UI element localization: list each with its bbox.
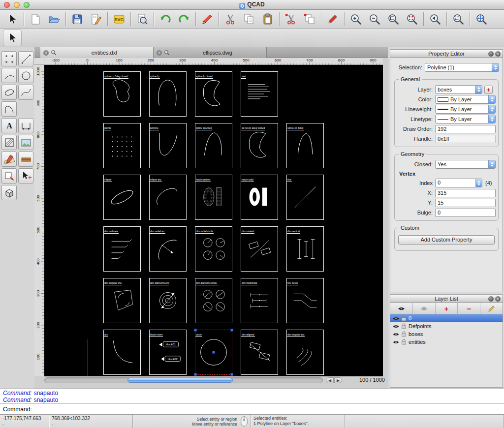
- entity-cell-dim-angular-line[interactable]: dim angular line: [103, 278, 141, 323]
- pointer-button[interactable]: [3, 30, 22, 46]
- add-custom-property-button[interactable]: Add Custom Property: [398, 235, 495, 245]
- selection-tools-button[interactable]: [18, 168, 33, 183]
- closed-dropdown[interactable]: Yes: [435, 160, 496, 169]
- entity-cell-dim-aligned[interactable]: dim aligned: [241, 330, 278, 375]
- draw-pencil-button[interactable]: [323, 11, 342, 28]
- entity-cell-hatch-pattern[interactable]: hatch pattern: [195, 175, 232, 220]
- erase-button[interactable]: [198, 11, 217, 28]
- panel-close-button[interactable]: [495, 51, 501, 57]
- entity-cell-dim-vertical[interactable]: dim vertical: [286, 226, 324, 272]
- edit-tools-button[interactable]: [1, 168, 17, 183]
- auto-zoom-button[interactable]: [384, 11, 403, 28]
- zoom-in-button[interactable]: [346, 11, 365, 28]
- add-layer-button[interactable]: [436, 303, 458, 314]
- svg-export-button[interactable]: SVG: [110, 11, 128, 28]
- tab-close-icon[interactable]: [157, 50, 162, 56]
- horizontal-scrollbar[interactable]: [44, 377, 323, 383]
- image-tool-button[interactable]: [18, 135, 33, 150]
- measure-tools-button[interactable]: [1, 152, 17, 167]
- selection-handle[interactable]: [212, 351, 215, 354]
- selection-handle[interactable]: [230, 373, 233, 376]
- selection-handle[interactable]: [230, 329, 233, 332]
- spinner-arrows-icon[interactable]: [475, 179, 482, 187]
- line-tools-button[interactable]: [18, 51, 33, 66]
- entity-cell-spline-cp-2deg[interactable]: spline cp 2deg: [195, 123, 232, 168]
- add-layer-button[interactable]: [484, 86, 493, 94]
- entity-cell-block-insert[interactable]: block insertblock01block02: [149, 330, 187, 375]
- entity-cell-arc[interactable]: arc: [103, 330, 141, 375]
- entity-cell-line-bevel[interactable]: line bevel: [286, 278, 324, 323]
- hatch-tool-button[interactable]: [1, 135, 17, 150]
- arc-tools-button[interactable]: [1, 68, 17, 83]
- color-dropdown[interactable]: By Layer: [435, 95, 496, 104]
- previous-view-button[interactable]: [426, 11, 444, 28]
- text-tool-button[interactable]: A: [1, 118, 17, 133]
- x-input[interactable]: 315: [435, 189, 496, 197]
- redo-button[interactable]: [175, 11, 193, 28]
- hide-all-layers-button[interactable]: [413, 303, 436, 314]
- copy-button[interactable]: [240, 11, 258, 28]
- y-input[interactable]: 15: [435, 199, 496, 207]
- command-history[interactable]: Command:snapauto Command:snapauto: [0, 389, 504, 403]
- spline-tools-button[interactable]: [18, 85, 33, 100]
- layer-row-boxes[interactable]: boxes: [390, 330, 503, 338]
- layer-row-entities[interactable]: entities: [390, 338, 503, 346]
- lineweight-dropdown[interactable]: By Layer: [435, 105, 496, 114]
- tab-ellipses-dwg[interactable]: ellipses.dwg: [154, 47, 267, 58]
- entity-cell-dim-radial-arc[interactable]: dim radial arc: [149, 226, 187, 272]
- zoom-out-button[interactable]: [365, 11, 384, 28]
- scroll-right-button[interactable]: ▶: [334, 377, 342, 383]
- tab-close-icon[interactable]: [43, 50, 49, 56]
- pan-zoom-button[interactable]: [472, 11, 491, 28]
- index-spinner[interactable]: 0: [435, 179, 482, 187]
- drawing-canvas[interactable]: spline cp 3deg closedspline fpspline fp …: [44, 65, 383, 376]
- entity-cell-dim-horizontal[interactable]: dim horizontal: [241, 278, 278, 323]
- titlebar[interactable]: QQCAD: [0, 0, 504, 10]
- layer-lock-icon[interactable]: [401, 339, 407, 345]
- tab-entities-dxf[interactable]: entities.dxf: [40, 47, 154, 58]
- layer-visible-icon[interactable]: [393, 324, 399, 329]
- remove-layer-button[interactable]: [458, 303, 480, 314]
- entity-cell-dim-rotated[interactable]: dim rotated: [241, 226, 278, 272]
- circle-tools-button[interactable]: [18, 68, 33, 83]
- solid-tools-button[interactable]: [1, 185, 17, 200]
- pointer-button[interactable]: [3, 11, 22, 28]
- entity-cell-dim-ordinate[interactable]: dim ordinate: [103, 226, 141, 272]
- scroll-left-button[interactable]: ◀: [326, 377, 334, 383]
- entity-cell-dim-radial-circle[interactable]: dim radial circle: [195, 226, 232, 272]
- entity-cell-text[interactable]: text: [241, 71, 278, 117]
- command-input[interactable]: [35, 406, 501, 413]
- entity-cell-dim-angular-arc[interactable]: dim angular arc: [286, 330, 324, 375]
- layer-row-Defpoints[interactable]: Defpoints: [390, 322, 503, 330]
- edit-layer-button[interactable]: [480, 303, 503, 314]
- entity-cell-ellipse-arc[interactable]: ellipse arc: [149, 175, 187, 220]
- save-file-button[interactable]: [68, 11, 87, 28]
- entity-cell-polyline[interactable]: polyline: [149, 123, 187, 168]
- entity-cell-spline-cp-3deg[interactable]: spline cp 3deg: [286, 123, 324, 168]
- layer-row-0[interactable]: 0: [390, 314, 503, 322]
- layer-visible-icon[interactable]: [393, 316, 399, 321]
- new-file-button[interactable]: [26, 11, 45, 28]
- entity-cell-line[interactable]: line: [286, 175, 324, 220]
- entity-cell-hatch-solid[interactable]: hatch solid: [241, 175, 278, 220]
- layer-lock-icon[interactable]: [401, 331, 407, 337]
- panel-minimize-button[interactable]: [488, 51, 494, 57]
- open-file-button[interactable]: [45, 11, 63, 28]
- entity-cell-sp-no-cp-2deg-closed[interactable]: sp no cp 2deg closed: [241, 123, 278, 168]
- print-preview-button[interactable]: [133, 11, 152, 28]
- draw-order-input[interactable]: 192: [435, 125, 496, 133]
- layer-visible-icon[interactable]: [393, 332, 399, 337]
- selection-handle[interactable]: [194, 373, 197, 376]
- dimension-tools-button[interactable]: [18, 118, 33, 133]
- paste-button[interactable]: [258, 11, 277, 28]
- cut-with-reference-button[interactable]: [282, 11, 300, 28]
- cut-button[interactable]: [221, 11, 240, 28]
- entity-cell-spline-cp-3deg-closed[interactable]: spline cp 3deg closed: [103, 71, 141, 117]
- undo-button[interactable]: [156, 11, 175, 28]
- panel-minimize-button[interactable]: [488, 296, 494, 302]
- selection-handle[interactable]: [194, 329, 197, 332]
- window-zoom-button[interactable]: [449, 11, 468, 28]
- point-tools-button[interactable]: [1, 51, 17, 66]
- entity-cell-spline-fp-closed[interactable]: spline fp closed: [195, 71, 232, 117]
- misc-tools-button[interactable]: [18, 152, 33, 167]
